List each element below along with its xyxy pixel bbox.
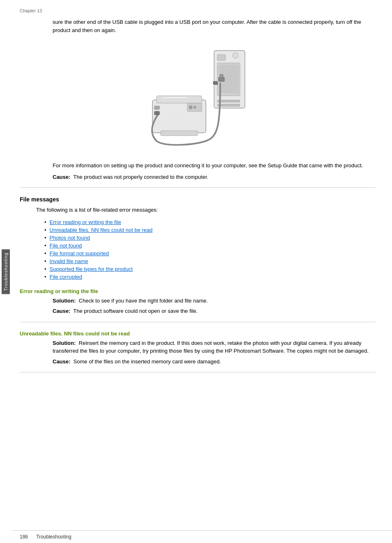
list-item: File format not supported bbox=[44, 250, 376, 256]
side-tab-label: Troubleshooting bbox=[2, 249, 10, 294]
file-messages-intro: The following is a list of file-related … bbox=[36, 206, 376, 214]
unreadable-files-solution-text: Reinsert the memory card in the product.… bbox=[53, 340, 369, 354]
illustration-container bbox=[20, 42, 376, 149]
divider-1 bbox=[20, 187, 376, 188]
svg-point-12 bbox=[189, 106, 192, 109]
unreadable-files-cause: Cause: Some of the files on the inserted… bbox=[53, 358, 376, 366]
list-item: Photos not found bbox=[44, 235, 376, 241]
file-messages-heading: File messages bbox=[20, 196, 376, 203]
error-reading-solution-text: Check to see if you have the right folde… bbox=[79, 298, 208, 304]
chapter-label: Chapter 13 bbox=[20, 8, 376, 13]
svg-rect-17 bbox=[213, 81, 217, 84]
setup-cause-text: The product was not properly connected t… bbox=[73, 174, 208, 180]
link-error-reading[interactable]: Error reading or writing the file bbox=[50, 219, 121, 225]
svg-point-6 bbox=[233, 53, 238, 58]
link-file-format-not-supported[interactable]: File format not supported bbox=[50, 250, 109, 256]
link-photos-not-found[interactable]: Photos not found bbox=[50, 235, 90, 241]
side-tab: Troubleshooting bbox=[0, 0, 12, 543]
svg-rect-16 bbox=[154, 111, 159, 115]
intro-paragraph: sure the other end of the USB cable is p… bbox=[53, 18, 376, 34]
svg-rect-20 bbox=[163, 97, 187, 98]
unreadable-files-solution: Solution: Reinsert the memory card in th… bbox=[53, 339, 376, 355]
setup-info-paragraph: For more information on setting up the p… bbox=[53, 162, 376, 170]
link-file-not-found[interactable]: File not found bbox=[50, 243, 82, 249]
footer: 186 Troubleshooting bbox=[12, 530, 392, 543]
svg-rect-9 bbox=[157, 96, 202, 103]
list-item: Error reading or writing the file bbox=[44, 219, 376, 225]
unreadable-files-cause-text: Some of the files on the inserted memory… bbox=[74, 358, 221, 365]
svg-rect-5 bbox=[217, 104, 240, 106]
error-reading-cause-label: Cause: bbox=[53, 308, 70, 314]
svg-point-13 bbox=[194, 106, 196, 109]
list-item: Unreadable files. NN files could not be … bbox=[44, 227, 376, 233]
main-content: Chapter 13 sure the other end of the USB… bbox=[12, 0, 392, 543]
error-reading-solution-label: Solution: bbox=[53, 298, 76, 304]
error-reading-heading: Error reading or writing the file bbox=[20, 288, 376, 294]
link-file-corrupted[interactable]: File corrupted bbox=[50, 274, 82, 280]
list-item: Supported file types for the product bbox=[44, 266, 376, 272]
unreadable-files-cause-label: Cause: bbox=[53, 358, 70, 365]
unreadable-files-solution-label: Solution: bbox=[53, 340, 76, 346]
unreadable-files-heading: Unreadable files. NN files could not be … bbox=[20, 330, 376, 337]
list-item: File not found bbox=[44, 243, 376, 249]
error-reading-cause-text: The product software could not open or s… bbox=[73, 308, 198, 314]
footer-page-number: 186 bbox=[20, 534, 28, 540]
setup-cause-label: Cause: bbox=[53, 174, 70, 180]
printer-usb-illustration bbox=[140, 42, 255, 149]
setup-cause-line: Cause: The product was not properly conn… bbox=[53, 173, 376, 181]
link-unreadable-files[interactable]: Unreadable files. NN files could not be … bbox=[50, 227, 153, 233]
link-supported-file-types[interactable]: Supported file types for the product bbox=[50, 266, 133, 272]
svg-rect-14 bbox=[154, 106, 159, 109]
link-invalid-file-name[interactable]: Invalid file name bbox=[50, 258, 88, 264]
list-item: File corrupted bbox=[44, 274, 376, 280]
error-reading-cause: Cause: The product software could not op… bbox=[53, 307, 376, 315]
footer-label: Troubleshooting bbox=[36, 534, 71, 540]
svg-rect-19 bbox=[220, 74, 223, 78]
svg-rect-1 bbox=[217, 55, 226, 60]
error-reading-solution: Solution: Check to see if you have the r… bbox=[53, 297, 376, 305]
divider-3 bbox=[20, 372, 376, 372]
svg-rect-10 bbox=[161, 131, 198, 136]
file-messages-list: Error reading or writing the file Unread… bbox=[44, 219, 376, 280]
divider-2 bbox=[20, 322, 376, 322]
list-item: Invalid file name bbox=[44, 258, 376, 264]
